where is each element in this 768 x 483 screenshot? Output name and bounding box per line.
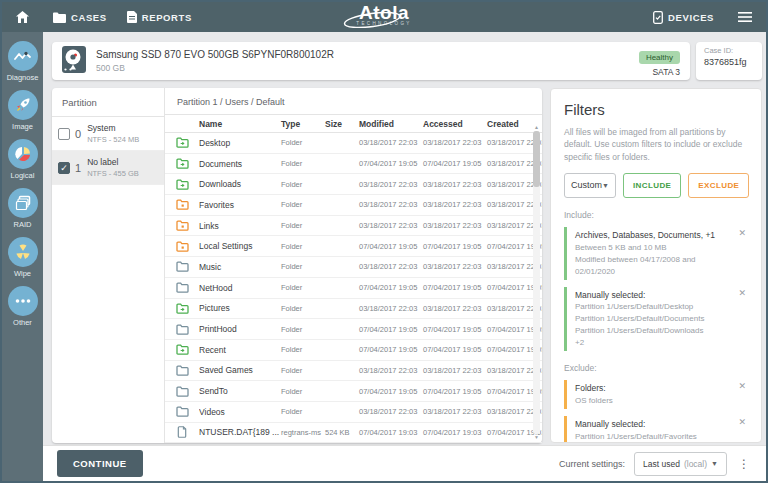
hamburger-icon (738, 12, 752, 22)
partition-row-1[interactable]: ✓1No labelNTFS - 455 GB (52, 151, 164, 185)
folder-orange-icon (165, 220, 199, 231)
table-row[interactable]: DocumentsFolder07/04/2017 19:0507/04/201… (165, 154, 542, 175)
filter-chip: Archives, Databases, Documents, +1Betwee… (564, 227, 748, 280)
table-row[interactable]: DownloadsFolder03/18/2017 22:0303/18/201… (165, 174, 542, 195)
file-name: SendTo (199, 386, 281, 396)
file-name: Links (199, 221, 281, 231)
file-type: Folder (281, 304, 325, 313)
table-row[interactable]: RecentFolder07/04/2017 19:0507/04/2017 1… (165, 340, 542, 361)
table-row[interactable]: NetHoodFolder07/04/2017 19:0507/04/2017 … (165, 278, 542, 299)
column-header-name[interactable]: Name (199, 119, 281, 129)
partition-checkbox[interactable] (58, 128, 70, 140)
table-row[interactable]: VideosFolder03/18/2017 22:0303/18/2017 2… (165, 402, 542, 423)
atola-logo: Atola TECHNOLOGY (356, 3, 412, 26)
sidebar-item-other[interactable]: Other (2, 286, 43, 327)
reports-button[interactable]: REPORTS (117, 2, 202, 32)
file-modified: 07/04/2017 19:05 (359, 283, 423, 292)
close-icon[interactable]: ✕ (738, 418, 746, 427)
file-type: Folder (281, 200, 325, 209)
folder-gray-icon (165, 386, 199, 397)
column-header-accessed[interactable]: Accessed (423, 119, 487, 129)
device-info-card[interactable]: Samsung SSD 870 EVO 500GB S6PYNF0R800102… (52, 42, 690, 80)
scrollbar-track[interactable] (533, 131, 540, 434)
file-icon (165, 426, 199, 438)
chevron-down-icon: ▼ (602, 182, 609, 189)
partition-checkbox[interactable]: ✓ (58, 162, 70, 174)
case-id-label: Case ID: (704, 46, 754, 55)
devices-button[interactable]: DEVICES (643, 2, 724, 32)
exclude-button[interactable]: EXCLUDE (688, 173, 749, 198)
file-type: Folder (281, 407, 325, 416)
table-row[interactable]: Local SettingsFolder07/04/2017 19:0507/0… (165, 236, 542, 257)
filter-chip: Manually selected:Partition 1/Users/Defa… (564, 416, 748, 443)
sidebar-item-label: Logical (11, 171, 35, 180)
include-button[interactable]: INCLUDE (623, 173, 681, 198)
file-accessed: 07/04/2017 19:05 (423, 387, 487, 396)
file-modified: 03/18/2017 22:03 (359, 407, 423, 416)
more-options-icon[interactable]: ⋮ (736, 457, 752, 471)
column-header-size[interactable]: Size (325, 119, 359, 129)
file-modified: 03/18/2017 22:03 (359, 138, 423, 147)
filter-mode-select[interactable]: Custom ▼ (564, 173, 616, 198)
logo-swoosh (342, 12, 428, 28)
sidebar-item-raid[interactable]: RAID (2, 188, 43, 229)
continue-button[interactable]: CONTINUE (57, 450, 143, 477)
column-header-type[interactable]: Type (281, 119, 325, 129)
chip-title: Archives, Databases, Documents, +1 (575, 229, 732, 242)
close-icon[interactable]: ✕ (738, 229, 746, 238)
file-accessed: 03/18/2017 22:03 (423, 180, 487, 189)
column-header-modified[interactable]: Modified (359, 119, 423, 129)
table-row[interactable]: Saved GamesFolder03/18/2017 22:0303/18/2… (165, 361, 542, 382)
chip-line: Partition 1/Users/Default/Desktop (575, 301, 732, 313)
table-row[interactable]: LinksFolder03/18/2017 22:0303/18/2017 22… (165, 216, 542, 237)
home-button[interactable] (2, 2, 43, 32)
menu-button[interactable] (724, 2, 766, 32)
sidebar-item-label: Image (12, 122, 33, 131)
chip-line: +2 (575, 337, 732, 349)
settings-select[interactable]: Last used (local) ▼ (634, 452, 727, 476)
table-header-row: NameTypeSizeModifiedAccessedCreated (165, 114, 542, 133)
chevron-down-icon: ▼ (711, 460, 718, 467)
scrollbar-thumb[interactable] (533, 131, 540, 187)
scroll-up-icon[interactable]: ▲ (534, 124, 539, 131)
partition-row-0[interactable]: 0SystemNTFS - 524 MB (52, 117, 164, 151)
sidebar-item-label: Other (13, 318, 32, 327)
include-section-label: Include: (564, 210, 748, 220)
sidebar-item-logical[interactable]: Logical (2, 139, 43, 180)
chip-title: Manually selected: (575, 289, 732, 302)
settings-suffix: (local) (684, 459, 707, 469)
scroll-down-icon[interactable]: ▼ (534, 434, 539, 441)
file-type: Folder (281, 138, 325, 147)
file-modified: 03/18/2017 22:03 (359, 200, 423, 209)
sidebar-item-image[interactable]: Image (2, 90, 43, 131)
close-icon[interactable]: ✕ (738, 382, 746, 391)
table-row[interactable]: MusicFolder03/18/2017 22:0303/18/2017 22… (165, 257, 542, 278)
pie-icon (8, 139, 38, 169)
folder-gray-icon (165, 282, 199, 293)
breadcrumb[interactable]: Partition 1 / Users / Default (165, 88, 542, 114)
file-browser-card: Partition 0SystemNTFS - 524 MB✓1No label… (52, 88, 542, 443)
sidebar-item-wipe[interactable]: Wipe (2, 237, 43, 278)
chip-line: Partition 1/Users/Default/Favorites (575, 431, 732, 443)
devices-icon (653, 11, 663, 24)
table-row[interactable]: SendToFolder07/04/2017 19:0507/04/2017 1… (165, 381, 542, 402)
table-row[interactable]: DesktopFolder03/18/2017 22:0303/18/2017 … (165, 133, 542, 154)
close-icon[interactable]: ✕ (738, 289, 746, 298)
sidebar-item-diagnose[interactable]: Diagnose (2, 41, 43, 82)
table-row[interactable]: PicturesFolder03/18/2017 22:0303/18/2017… (165, 299, 542, 320)
table-row[interactable]: NTUSER.DAT{189 ...regtrans-ms524 KB07/04… (165, 423, 542, 443)
table-row[interactable]: PrintHoodFolder07/04/2017 19:0507/04/201… (165, 319, 542, 340)
table-row[interactable]: FavoritesFolder03/18/2017 22:0303/18/201… (165, 195, 542, 216)
partition-name: System (87, 123, 139, 133)
chip-line: OS folders (575, 395, 732, 407)
column-header-created[interactable]: Created (487, 119, 532, 129)
chip-title: Manually selected: (575, 418, 732, 431)
case-id-card[interactable]: Case ID: 8376851fg (696, 42, 762, 80)
report-icon (127, 11, 137, 23)
file-type: Folder (281, 262, 325, 271)
file-modified: 07/04/2017 19:05 (359, 345, 423, 354)
cases-button[interactable]: CASES (43, 2, 117, 32)
table-scrollbar[interactable]: ▲ ▼ (532, 124, 541, 441)
cases-label: CASES (71, 12, 107, 23)
reports-label: REPORTS (142, 12, 192, 23)
